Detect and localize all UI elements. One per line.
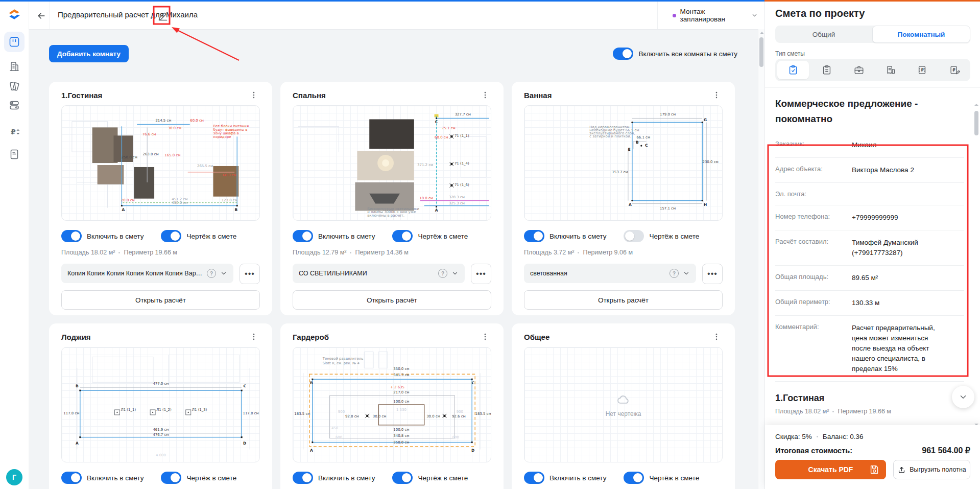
include-all-toggle[interactable]: [613, 48, 633, 60]
drawing-in-estimate-toggle[interactable]: [392, 230, 413, 242]
room-perimeter: Периметр 19.66 м: [124, 249, 177, 256]
tab-pokomnatny[interactable]: Покомнатный: [872, 26, 970, 43]
kebab-menu-icon[interactable]: [479, 331, 491, 343]
room-perimeter: Периметр 14.36 м: [355, 249, 409, 256]
room-drawing-preview[interactable]: 214.5 см60.0 см30.0 см76.6 см250.0 см263…: [61, 105, 260, 221]
top-accent-blue: [0, 0, 764, 2]
open-calculation-button[interactable]: Открыть расчёт: [524, 290, 723, 310]
download-pdf-button[interactable]: Скачать PDF: [775, 460, 886, 479]
panel-scrollbar[interactable]: [974, 104, 979, 426]
drawing-in-estimate-toggle[interactable]: [624, 472, 644, 484]
estimate-type-label: Тип сметы: [775, 50, 805, 57]
chevron-down-icon: [220, 270, 227, 277]
type-clipboard-list-icon[interactable]: [811, 59, 843, 81]
scrollbar-up-arrow[interactable]: [974, 104, 978, 106]
variant-select[interactable]: СО СВЕТИЛЬНИКАМИ ?: [293, 264, 465, 283]
kebab-menu-icon[interactable]: [248, 89, 260, 101]
room-card-garderob: Гардероб Теневой разделительSlott R, см.…: [280, 323, 504, 489]
include-in-estimate-toggle[interactable]: [524, 472, 544, 484]
help-icon[interactable]: ?: [438, 269, 447, 278]
include-in-estimate-toggle[interactable]: [61, 230, 82, 242]
proposal-row: Общая площадь:89.65 м²: [775, 266, 964, 291]
avatar[interactable]: Г: [6, 469, 22, 485]
svg-text:C: C: [471, 381, 474, 385]
drawing-in-estimate-label: Чертёж в смете: [186, 474, 236, 482]
drawing-in-estimate-toggle[interactable]: [392, 472, 413, 484]
include-in-estimate-toggle[interactable]: [61, 472, 82, 484]
main-scrollbar[interactable]: [758, 29, 765, 489]
kebab-menu-icon[interactable]: [479, 89, 491, 101]
include-in-estimate-label: Включить в смету: [87, 232, 144, 240]
variant-select[interactable]: светованная ?: [524, 264, 696, 283]
scroll-down-button[interactable]: [952, 386, 974, 408]
svg-text:30.0 см: 30.0 см: [426, 414, 440, 418]
app-logo: [7, 7, 22, 22]
sidebar-item-documents[interactable]: [4, 144, 25, 165]
tab-obshchiy[interactable]: Общий: [775, 26, 872, 43]
variant-select-value: СО СВЕТИЛЬНИКАМИ: [299, 270, 434, 277]
type-receipt-ruble-icon[interactable]: ₽: [906, 59, 938, 81]
include-in-estimate-toggle[interactable]: [293, 230, 313, 242]
sidebar-item-settings[interactable]: [4, 95, 25, 115]
more-actions-button[interactable]: •••: [702, 264, 723, 284]
svg-text:C: C: [435, 120, 438, 124]
add-room-button[interactable]: Добавить комнату: [49, 45, 129, 62]
sidebar-item-objects[interactable]: [4, 56, 25, 77]
more-actions-button[interactable]: •••: [471, 264, 491, 284]
room-drawing-preview[interactable]: 477.0 см117.8 см117.8 смЛ1 (1_1)Л1 (1_2)…: [61, 347, 260, 462]
proposal-row: Заказчик:Михаил: [775, 133, 964, 158]
room-drawing-preview[interactable]: Теневой разделительSlott R, см. рек. № 4…: [293, 347, 491, 462]
type-toolbox-icon[interactable]: [843, 59, 875, 81]
room-drawing-preview[interactable]: 179.0 см66.1 см230.0 см153.7 см157.1 смG…: [524, 105, 723, 221]
svg-text:60.0 см: 60.0 см: [435, 135, 448, 139]
kebab-menu-icon[interactable]: [248, 331, 260, 343]
sidebar-item-materials[interactable]: [4, 76, 25, 96]
svg-text:20.0 см: 20.0 см: [121, 198, 135, 202]
more-actions-button[interactable]: •••: [240, 264, 260, 284]
sidebar-item-projects[interactable]: [4, 32, 25, 52]
topbar: Предварительный расчет для Михаила Монта…: [29, 2, 765, 30]
divider: [657, 2, 658, 29]
type-clipboard-check-icon[interactable]: [777, 61, 809, 79]
include-in-estimate-toggle[interactable]: [524, 230, 544, 242]
help-icon[interactable]: ?: [207, 269, 216, 278]
edit-title-icon[interactable]: [157, 9, 169, 21]
status-dropdown[interactable]: Монтаж запланирован: [665, 2, 765, 29]
back-button[interactable]: [33, 8, 50, 24]
svg-text:117.8 см: 117.8 см: [243, 411, 258, 415]
svg-text:A: A: [310, 448, 313, 453]
scrollbar-up-arrow[interactable]: [760, 32, 764, 34]
svg-text:18.0 см: 18.0 см: [419, 196, 433, 200]
type-receipt-icon[interactable]: [875, 59, 906, 81]
variant-select[interactable]: Копия Копия Копия Копия Копия Копия Вари…: [61, 264, 233, 283]
room-drawing-preview[interactable]: Нет чертежа: [524, 347, 723, 462]
scrollbar-thumb[interactable]: [759, 37, 763, 67]
sidebar-item-pricing[interactable]: ₽: [4, 122, 25, 142]
svg-text:117.8 см: 117.8 см: [63, 411, 79, 415]
kebab-menu-icon[interactable]: [710, 89, 723, 101]
open-calculation-button[interactable]: Открыть расчёт: [293, 290, 491, 310]
main-content: Добавить комнату Включить все комнаты в …: [29, 29, 758, 489]
svg-text:600: 600: [452, 435, 459, 439]
estimate-scroll-area[interactable]: Коммерческое предложение - покомнатно За…: [765, 87, 980, 427]
drawing-in-estimate-toggle[interactable]: [161, 230, 181, 242]
room-title: Лоджия: [61, 333, 91, 341]
drawing-in-estimate-toggle[interactable]: [161, 472, 181, 484]
include-in-estimate-toggle[interactable]: [293, 472, 313, 484]
include-in-estimate-label: Включить в смету: [318, 474, 375, 482]
drawing-in-estimate-toggle[interactable]: [624, 230, 644, 242]
svg-text:B: B: [636, 140, 639, 145]
svg-text:30.0 см: 30.0 см: [373, 414, 387, 418]
svg-text:B: B: [76, 384, 79, 388]
export-canvases-button[interactable]: Выгрузить полотна: [893, 460, 970, 479]
room-title: Ванная: [524, 91, 552, 100]
kebab-menu-icon[interactable]: [710, 331, 723, 343]
svg-text:с затиркой и плиткой.: с затиркой и плиткой.: [589, 134, 631, 138]
room-card-gostinaya: 1.Гостиная: [49, 82, 272, 315]
scrollbar-thumb[interactable]: [974, 111, 978, 135]
type-receipt-ruble-edit-icon[interactable]: ₽: [939, 59, 970, 81]
svg-text:900: 900: [457, 410, 463, 414]
help-icon[interactable]: ?: [670, 269, 679, 278]
room-drawing-preview[interactable]: 327.7 см75.1 см60.0 см71 (1_1)371.2 см71…: [293, 105, 491, 221]
open-calculation-button[interactable]: Открыть расчёт: [61, 290, 260, 310]
